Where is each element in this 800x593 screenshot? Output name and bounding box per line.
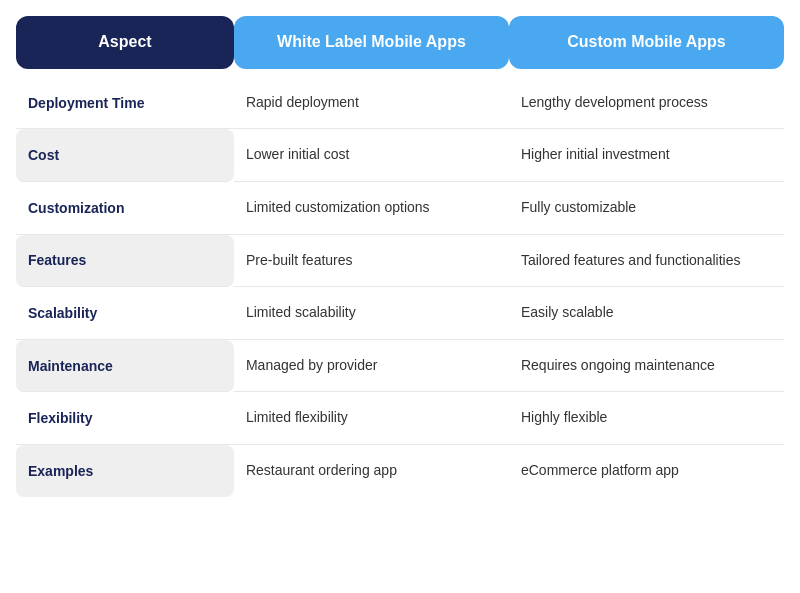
white-label-cell-examples: Restaurant ordering app: [234, 445, 509, 497]
aspect-cell-deployment: Deployment Time: [16, 77, 234, 130]
white-label-cell-maintenance: Managed by provider: [234, 340, 509, 393]
header-row: Aspect White Label Mobile Apps Custom Mo…: [16, 16, 784, 69]
custom-cell-cost: Higher initial investment: [509, 129, 784, 182]
aspect-cell-maintenance: Maintenance: [16, 340, 234, 393]
table-row: ExamplesRestaurant ordering appeCommerce…: [16, 445, 784, 497]
aspect-cell-examples: Examples: [16, 445, 234, 497]
custom-cell-scalability: Easily scalable: [509, 287, 784, 340]
table-row: CustomizationLimited customization optio…: [16, 182, 784, 235]
table-body: Deployment TimeRapid deploymentLengthy d…: [16, 77, 784, 497]
header-white-label: White Label Mobile Apps: [234, 16, 509, 69]
table-row: CostLower initial costHigher initial inv…: [16, 129, 784, 182]
table-row: Deployment TimeRapid deploymentLengthy d…: [16, 77, 784, 130]
white-label-cell-features: Pre-built features: [234, 235, 509, 288]
custom-cell-examples: eCommerce platform app: [509, 445, 784, 497]
custom-cell-flexibility: Highly flexible: [509, 392, 784, 445]
white-label-cell-cost: Lower initial cost: [234, 129, 509, 182]
custom-cell-maintenance: Requires ongoing maintenance: [509, 340, 784, 393]
table-row: FeaturesPre-built featuresTailored featu…: [16, 235, 784, 288]
white-label-cell-customization: Limited customization options: [234, 182, 509, 235]
aspect-cell-features: Features: [16, 235, 234, 288]
aspect-cell-cost: Cost: [16, 129, 234, 182]
aspect-cell-scalability: Scalability: [16, 287, 234, 340]
table-row: MaintenanceManaged by providerRequires o…: [16, 340, 784, 393]
header-custom: Custom Mobile Apps: [509, 16, 784, 69]
custom-cell-features: Tailored features and functionalities: [509, 235, 784, 288]
custom-cell-customization: Fully customizable: [509, 182, 784, 235]
white-label-cell-scalability: Limited scalability: [234, 287, 509, 340]
comparison-table: Aspect White Label Mobile Apps Custom Mo…: [16, 16, 784, 497]
aspect-cell-flexibility: Flexibility: [16, 392, 234, 445]
white-label-cell-flexibility: Limited flexibility: [234, 392, 509, 445]
header-aspect: Aspect: [16, 16, 234, 69]
white-label-cell-deployment: Rapid deployment: [234, 77, 509, 130]
table-row: FlexibilityLimited flexibilityHighly fle…: [16, 392, 784, 445]
aspect-cell-customization: Customization: [16, 182, 234, 235]
custom-cell-deployment: Lengthy development process: [509, 77, 784, 130]
table-row: ScalabilityLimited scalabilityEasily sca…: [16, 287, 784, 340]
